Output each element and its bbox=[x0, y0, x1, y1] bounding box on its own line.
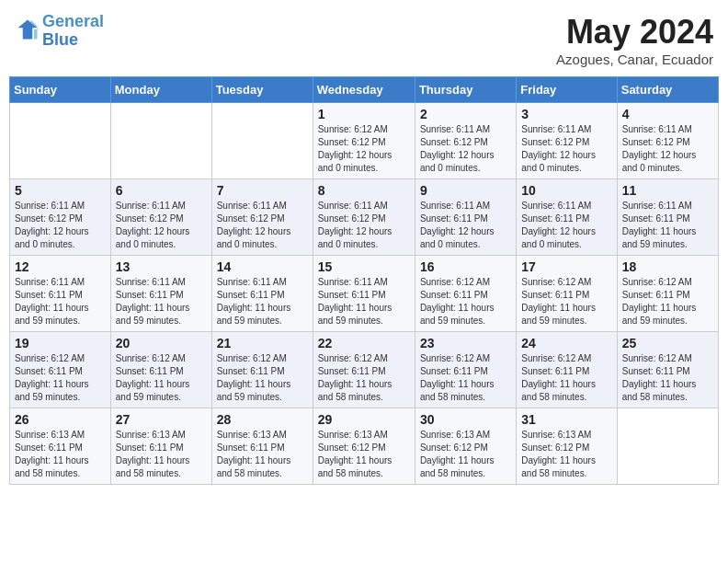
day-info: Sunrise: 6:11 AM Sunset: 6:12 PM Dayligh… bbox=[622, 123, 713, 175]
day-number: 31 bbox=[521, 412, 611, 427]
calendar-cell: 1Sunrise: 6:12 AM Sunset: 6:12 PM Daylig… bbox=[313, 103, 415, 179]
day-info: Sunrise: 6:11 AM Sunset: 6:11 PM Dayligh… bbox=[15, 276, 106, 327]
calendar-cell: 17Sunrise: 6:12 AM Sunset: 6:11 PM Dayli… bbox=[517, 256, 617, 332]
day-info: Sunrise: 6:11 AM Sunset: 6:11 PM Dayligh… bbox=[622, 200, 713, 251]
day-number: 17 bbox=[521, 259, 611, 274]
day-number: 22 bbox=[318, 336, 410, 350]
day-number: 13 bbox=[116, 259, 207, 274]
weekday-tuesday: Tuesday bbox=[211, 77, 313, 103]
calendar-cell: 25Sunrise: 6:12 AM Sunset: 6:11 PM Dayli… bbox=[617, 332, 718, 408]
calendar-cell: 3Sunrise: 6:11 AM Sunset: 6:12 PM Daylig… bbox=[517, 103, 617, 179]
day-info: Sunrise: 6:13 AM Sunset: 6:11 PM Dayligh… bbox=[15, 429, 106, 480]
calendar-cell bbox=[110, 103, 211, 179]
calendar-cell: 24Sunrise: 6:12 AM Sunset: 6:11 PM Dayli… bbox=[517, 332, 617, 408]
day-info: Sunrise: 6:13 AM Sunset: 6:11 PM Dayligh… bbox=[217, 429, 308, 480]
calendar-cell bbox=[617, 408, 718, 485]
calendar-cell: 30Sunrise: 6:13 AM Sunset: 6:12 PM Dayli… bbox=[415, 408, 516, 485]
weekday-header-row: SundayMondayTuesdayWednesdayThursdayFrid… bbox=[10, 77, 719, 103]
day-info: Sunrise: 6:12 AM Sunset: 6:11 PM Dayligh… bbox=[420, 276, 511, 327]
calendar-cell: 29Sunrise: 6:13 AM Sunset: 6:12 PM Dayli… bbox=[313, 408, 415, 485]
day-number: 5 bbox=[15, 183, 106, 198]
day-info: Sunrise: 6:12 AM Sunset: 6:11 PM Dayligh… bbox=[521, 352, 611, 404]
calendar-cell: 9Sunrise: 6:11 AM Sunset: 6:11 PM Daylig… bbox=[415, 179, 516, 256]
day-info: Sunrise: 6:11 AM Sunset: 6:11 PM Dayligh… bbox=[116, 276, 207, 327]
day-info: Sunrise: 6:11 AM Sunset: 6:12 PM Dayligh… bbox=[15, 200, 106, 251]
logo: GeneralBlue bbox=[15, 13, 104, 50]
location: Azogues, Canar, Ecuador bbox=[556, 52, 713, 67]
weekday-friday: Friday bbox=[517, 77, 617, 103]
day-info: Sunrise: 6:12 AM Sunset: 6:11 PM Dayligh… bbox=[318, 352, 410, 404]
day-info: Sunrise: 6:12 AM Sunset: 6:11 PM Dayligh… bbox=[622, 276, 713, 327]
calendar-cell: 23Sunrise: 6:12 AM Sunset: 6:11 PM Dayli… bbox=[415, 332, 516, 408]
calendar-cell: 15Sunrise: 6:11 AM Sunset: 6:11 PM Dayli… bbox=[313, 256, 415, 332]
calendar-cell bbox=[211, 103, 313, 179]
day-number: 16 bbox=[420, 259, 511, 274]
calendar-cell: 7Sunrise: 6:11 AM Sunset: 6:12 PM Daylig… bbox=[211, 179, 313, 256]
calendar-cell: 10Sunrise: 6:11 AM Sunset: 6:11 PM Dayli… bbox=[517, 179, 617, 256]
day-number: 27 bbox=[116, 412, 207, 427]
day-info: Sunrise: 6:12 AM Sunset: 6:12 PM Dayligh… bbox=[318, 123, 410, 175]
calendar-cell: 22Sunrise: 6:12 AM Sunset: 6:11 PM Dayli… bbox=[313, 332, 415, 408]
day-number: 2 bbox=[420, 107, 511, 121]
calendar-cell: 20Sunrise: 6:12 AM Sunset: 6:11 PM Dayli… bbox=[110, 332, 211, 408]
week-row-1: 5Sunrise: 6:11 AM Sunset: 6:12 PM Daylig… bbox=[10, 179, 719, 256]
day-number: 10 bbox=[521, 183, 611, 198]
day-info: Sunrise: 6:12 AM Sunset: 6:11 PM Dayligh… bbox=[217, 352, 308, 404]
day-number: 6 bbox=[116, 183, 207, 198]
day-number: 4 bbox=[622, 107, 713, 121]
day-info: Sunrise: 6:13 AM Sunset: 6:12 PM Dayligh… bbox=[420, 429, 511, 480]
calendar-cell: 11Sunrise: 6:11 AM Sunset: 6:11 PM Dayli… bbox=[617, 179, 718, 256]
calendar-cell: 4Sunrise: 6:11 AM Sunset: 6:12 PM Daylig… bbox=[617, 103, 718, 179]
day-info: Sunrise: 6:11 AM Sunset: 6:12 PM Dayligh… bbox=[521, 123, 611, 175]
day-info: Sunrise: 6:11 AM Sunset: 6:11 PM Dayligh… bbox=[420, 200, 511, 251]
day-info: Sunrise: 6:12 AM Sunset: 6:11 PM Dayligh… bbox=[521, 276, 611, 327]
weekday-saturday: Saturday bbox=[617, 77, 718, 103]
day-info: Sunrise: 6:11 AM Sunset: 6:11 PM Dayligh… bbox=[217, 276, 308, 327]
day-info: Sunrise: 6:13 AM Sunset: 6:12 PM Dayligh… bbox=[318, 429, 410, 480]
day-info: Sunrise: 6:11 AM Sunset: 6:11 PM Dayligh… bbox=[521, 200, 611, 251]
calendar-cell: 19Sunrise: 6:12 AM Sunset: 6:11 PM Dayli… bbox=[10, 332, 111, 408]
day-info: Sunrise: 6:11 AM Sunset: 6:12 PM Dayligh… bbox=[116, 200, 207, 251]
day-info: Sunrise: 6:11 AM Sunset: 6:12 PM Dayligh… bbox=[420, 123, 511, 175]
day-info: Sunrise: 6:11 AM Sunset: 6:12 PM Dayligh… bbox=[217, 200, 308, 251]
day-info: Sunrise: 6:13 AM Sunset: 6:12 PM Dayligh… bbox=[521, 429, 611, 480]
month-title: May 2024 bbox=[556, 13, 713, 52]
day-number: 1 bbox=[318, 107, 410, 121]
calendar-cell: 2Sunrise: 6:11 AM Sunset: 6:12 PM Daylig… bbox=[415, 103, 516, 179]
calendar-cell: 14Sunrise: 6:11 AM Sunset: 6:11 PM Dayli… bbox=[211, 256, 313, 332]
calendar-cell: 8Sunrise: 6:11 AM Sunset: 6:12 PM Daylig… bbox=[313, 179, 415, 256]
calendar-cell: 6Sunrise: 6:11 AM Sunset: 6:12 PM Daylig… bbox=[110, 179, 211, 256]
calendar-cell: 12Sunrise: 6:11 AM Sunset: 6:11 PM Dayli… bbox=[10, 256, 111, 332]
logo-text: GeneralBlue bbox=[42, 13, 104, 50]
day-info: Sunrise: 6:11 AM Sunset: 6:12 PM Dayligh… bbox=[318, 200, 410, 251]
day-number: 20 bbox=[116, 336, 207, 350]
day-info: Sunrise: 6:12 AM Sunset: 6:11 PM Dayligh… bbox=[420, 352, 511, 404]
day-number: 18 bbox=[622, 259, 713, 274]
weekday-thursday: Thursday bbox=[415, 77, 516, 103]
day-number: 24 bbox=[521, 336, 611, 350]
week-row-2: 12Sunrise: 6:11 AM Sunset: 6:11 PM Dayli… bbox=[10, 256, 719, 332]
day-number: 28 bbox=[217, 412, 308, 427]
week-row-3: 19Sunrise: 6:12 AM Sunset: 6:11 PM Dayli… bbox=[10, 332, 719, 408]
weekday-wednesday: Wednesday bbox=[313, 77, 415, 103]
day-number: 12 bbox=[15, 259, 106, 274]
day-info: Sunrise: 6:12 AM Sunset: 6:11 PM Dayligh… bbox=[622, 352, 713, 404]
day-number: 14 bbox=[217, 259, 308, 274]
day-number: 19 bbox=[15, 336, 106, 350]
week-row-0: 1Sunrise: 6:12 AM Sunset: 6:12 PM Daylig… bbox=[10, 103, 719, 179]
day-number: 3 bbox=[521, 107, 611, 121]
title-section: May 2024 Azogues, Canar, Ecuador bbox=[556, 13, 713, 67]
calendar-cell: 26Sunrise: 6:13 AM Sunset: 6:11 PM Dayli… bbox=[10, 408, 111, 485]
day-number: 26 bbox=[15, 412, 106, 427]
week-row-4: 26Sunrise: 6:13 AM Sunset: 6:11 PM Dayli… bbox=[10, 408, 719, 485]
day-info: Sunrise: 6:13 AM Sunset: 6:11 PM Dayligh… bbox=[116, 429, 207, 480]
day-number: 21 bbox=[217, 336, 308, 350]
weekday-sunday: Sunday bbox=[10, 77, 111, 103]
calendar-cell: 27Sunrise: 6:13 AM Sunset: 6:11 PM Dayli… bbox=[110, 408, 211, 485]
day-number: 30 bbox=[420, 412, 511, 427]
calendar-cell: 21Sunrise: 6:12 AM Sunset: 6:11 PM Dayli… bbox=[211, 332, 313, 408]
day-info: Sunrise: 6:11 AM Sunset: 6:11 PM Dayligh… bbox=[318, 276, 410, 327]
day-number: 11 bbox=[622, 183, 713, 198]
calendar-cell: 28Sunrise: 6:13 AM Sunset: 6:11 PM Dayli… bbox=[211, 408, 313, 485]
calendar-cell: 13Sunrise: 6:11 AM Sunset: 6:11 PM Dayli… bbox=[110, 256, 211, 332]
